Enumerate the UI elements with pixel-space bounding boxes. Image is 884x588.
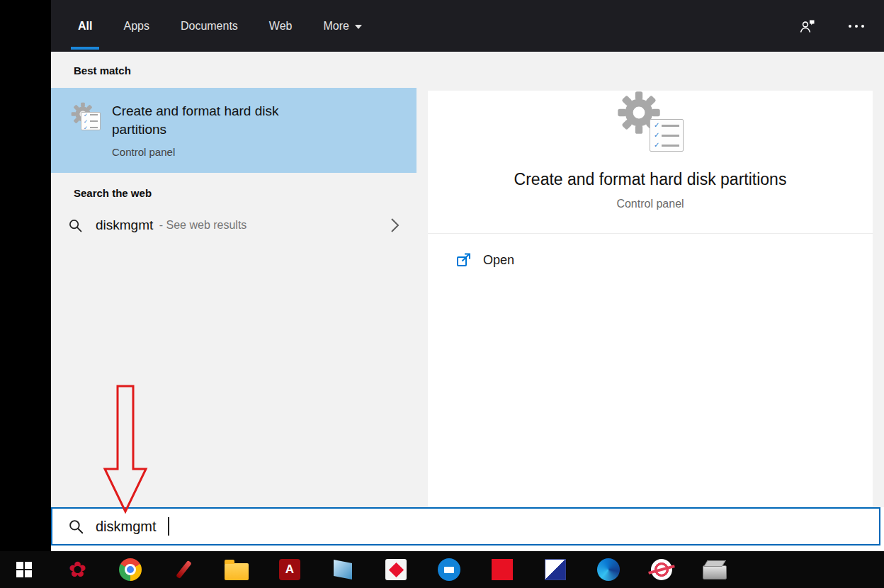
disk-management-icon-large: ✓ ✓ ✓ [617, 91, 684, 152]
tab-documents-label: Documents [181, 20, 238, 33]
left-strip [0, 0, 51, 551]
taskbar-icon-blue-prism[interactable] [326, 553, 360, 587]
taskbar-icon-marker-pen[interactable] [166, 553, 200, 587]
tab-web[interactable]: Web [269, 0, 293, 52]
best-match-text: Create and format hard disk partitions C… [112, 102, 319, 158]
red-diamond-icon [385, 559, 407, 580]
tab-apps-label: Apps [123, 20, 149, 33]
search-input[interactable]: diskmgmt [51, 507, 880, 545]
search-icon [68, 519, 84, 535]
tab-all[interactable]: All [78, 0, 92, 52]
edge-icon [597, 558, 620, 581]
marker-pen-icon [176, 560, 192, 579]
taskbar-icon-remote-desktop[interactable] [432, 553, 466, 587]
brush-swirl-icon [648, 556, 675, 583]
chrome-icon [119, 558, 142, 581]
preview-title: Create and format hard disk partitions [428, 170, 873, 189]
taskbar-icon-edge[interactable] [591, 553, 625, 587]
best-match-header: Best match [74, 64, 416, 77]
preview-card: ✓ ✓ ✓ Create and format hard disk partit… [428, 91, 873, 534]
windows-logo-icon [16, 562, 32, 577]
chevron-down-icon [355, 25, 362, 29]
tab-documents[interactable]: Documents [181, 0, 238, 52]
web-search-result[interactable]: diskmgmt - See web results [51, 209, 416, 242]
tab-all-label: All [78, 20, 92, 33]
tab-apps[interactable]: Apps [123, 0, 149, 52]
search-web-header: Search the web [74, 187, 416, 199]
tab-more[interactable]: More [323, 0, 361, 52]
checklist-icon: ✓ ✓ ✓ [81, 112, 101, 130]
red-square-icon [492, 559, 513, 580]
preview-subtitle: Control panel [428, 198, 873, 210]
search-filter-tabs: All Apps Documents Web More [78, 0, 362, 52]
disk-management-icon: ✓ ✓ ✓ [71, 102, 101, 130]
open-external-icon [456, 252, 472, 268]
best-match-result[interactable]: ✓ ✓ ✓ Create and format hard disk partit… [51, 88, 416, 173]
taskbar-icon-chrome[interactable] [113, 553, 147, 587]
open-label: Open [483, 253, 514, 268]
checklist-icon: ✓ ✓ ✓ [650, 119, 684, 152]
paint-icon [545, 559, 566, 580]
best-match-subtitle: Control panel [112, 146, 319, 158]
feedback-icon[interactable] [799, 18, 816, 34]
blue-prism-icon [334, 560, 352, 579]
acrobat-icon [279, 559, 300, 580]
search-flyout: Best match [51, 52, 884, 507]
divider [428, 233, 873, 234]
web-suffix: - See web results [156, 219, 246, 232]
open-action[interactable]: Open [456, 252, 514, 268]
best-match-title: Create and format hard disk partitions [112, 102, 319, 139]
remote-desktop-icon [438, 558, 460, 581]
taskbar-icon-paint[interactable] [538, 553, 572, 587]
taskbar-icon-external-drive[interactable] [698, 553, 732, 587]
file-explorer-icon [225, 563, 249, 580]
annotation-arrow-icon [99, 384, 153, 514]
search-value: diskmgmt [96, 519, 157, 535]
huawei-icon: ✿ [68, 559, 86, 580]
tab-more-label: More [323, 20, 348, 33]
search-header: All Apps Documents Web More [51, 0, 884, 52]
more-options-icon[interactable] [849, 25, 864, 28]
external-drive-icon [703, 565, 727, 579]
taskbar-icon-red-square[interactable] [485, 553, 519, 587]
taskbar-icon-file-explorer[interactable] [220, 553, 254, 587]
text-caret [168, 517, 169, 536]
taskbar-icon-huawei[interactable]: ✿ [60, 553, 94, 587]
taskbar-icon-red-diamond[interactable] [379, 553, 413, 587]
taskbar-icon-acrobat[interactable] [273, 553, 307, 587]
header-actions [799, 18, 864, 34]
chevron-right-icon[interactable] [390, 217, 400, 233]
search-icon [68, 218, 83, 233]
taskbar-icon-brush-swirl[interactable] [645, 553, 679, 587]
preview-panel: ✓ ✓ ✓ Create and format hard disk partit… [416, 52, 884, 507]
tab-web-label: Web [269, 20, 293, 33]
start-button[interactable] [7, 553, 41, 587]
web-query: diskmgmt [96, 217, 153, 233]
taskbar: ✿ [0, 551, 884, 588]
